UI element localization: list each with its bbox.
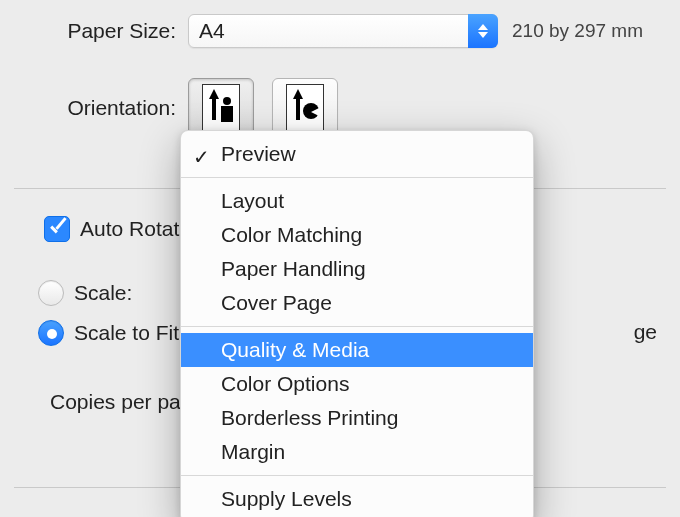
menu-item-cover-page[interactable]: Cover Page [181,286,533,320]
orientation-row: Orientation: [0,78,680,138]
paper-size-popup[interactable]: A4 [188,14,498,48]
paper-size-value: A4 [199,19,225,43]
menu-item-preview[interactable]: ✓ Preview [181,137,533,171]
auto-rotate-checkbox[interactable] [44,216,70,242]
orientation-label: Orientation: [0,96,188,120]
print-options-menu[interactable]: ✓ Preview Layout Color Matching Paper Ha… [180,130,534,517]
checkmark-icon: ✓ [193,145,210,169]
menu-item-paper-handling[interactable]: Paper Handling [181,252,533,286]
scale-to-fit-row: Scale to Fit: [38,320,185,346]
menu-separator [181,177,533,178]
scale-radio[interactable] [38,280,64,306]
menu-separator [181,326,533,327]
portrait-page-icon [202,84,240,132]
auto-rotate-row: Auto Rotate [44,216,191,242]
scale-label: Scale: [74,281,132,305]
scale-to-fit-trailing: ge [634,320,657,344]
menu-item-color-matching[interactable]: Color Matching [181,218,533,252]
auto-rotate-label: Auto Rotate [80,217,191,241]
landscape-page-icon [286,84,324,132]
menu-separator [181,475,533,476]
menu-item-color-options[interactable]: Color Options [181,367,533,401]
paper-size-label: Paper Size: [0,19,188,43]
menu-item-supply-levels[interactable]: Supply Levels [181,482,533,516]
menu-item-quality-media[interactable]: Quality & Media [181,333,533,367]
paper-size-row: Paper Size: A4 210 by 297 mm [0,14,680,48]
orientation-portrait-button[interactable] [188,78,254,138]
menu-item-margin[interactable]: Margin [181,435,533,469]
orientation-landscape-button[interactable] [272,78,338,138]
scale-to-fit-label: Scale to Fit: [74,321,185,345]
scale-row: Scale: [38,280,132,306]
menu-item-layout[interactable]: Layout [181,184,533,218]
scale-to-fit-radio[interactable] [38,320,64,346]
menu-item-borderless-printing[interactable]: Borderless Printing [181,401,533,435]
paper-size-dimensions: 210 by 297 mm [512,20,643,42]
popup-arrows-icon [468,14,498,48]
